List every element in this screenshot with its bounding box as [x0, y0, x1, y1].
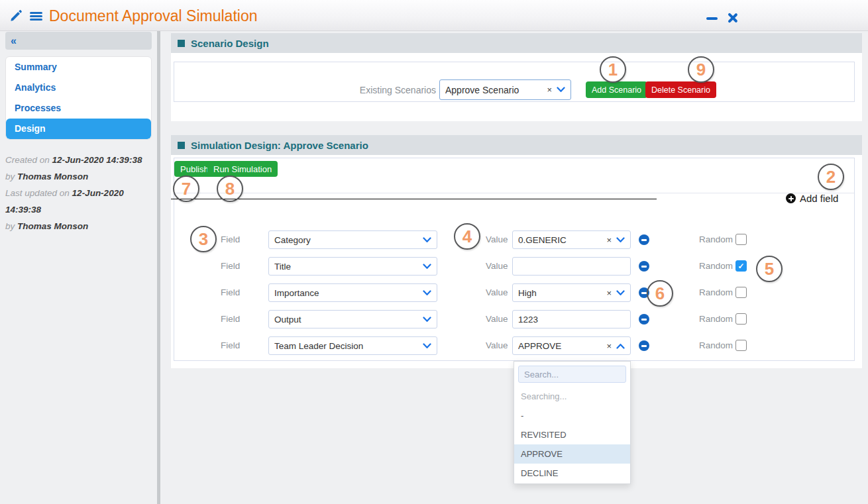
dropdown-search-input[interactable]: [518, 366, 626, 383]
close-icon[interactable]: [727, 13, 737, 23]
collapse-chevron-icon: «: [11, 36, 17, 46]
field-label: Field: [221, 340, 240, 350]
plus-icon: [786, 193, 796, 203]
simulation-design-header: Simulation Design: Approve Scenario: [171, 135, 862, 155]
field-label: Field: [221, 287, 240, 297]
add-field-button[interactable]: Add field: [786, 193, 838, 204]
chevron-down-icon: [557, 87, 565, 93]
value-label: Value: [486, 261, 508, 271]
field-select-importance[interactable]: Importance: [268, 283, 437, 302]
scenario-design-header: Scenario Design: [171, 33, 862, 53]
clear-selection-icon[interactable]: ×: [606, 342, 612, 350]
value-input-output[interactable]: [512, 310, 631, 328]
value-select-decision-open[interactable]: APPROVE ×: [512, 336, 631, 355]
form-top-border: [174, 193, 854, 193]
random-label: Random: [699, 261, 733, 271]
delete-scenario-button[interactable]: Delete Scenario: [645, 81, 716, 98]
edit-icon[interactable]: [10, 10, 22, 22]
value-label: Value: [486, 234, 508, 244]
annotation-7: 7: [173, 176, 199, 202]
sidebar-item-processes[interactable]: Processes: [6, 98, 151, 119]
annotation-5: 5: [756, 256, 783, 282]
remove-field-icon[interactable]: [639, 261, 649, 272]
random-label: Random: [699, 287, 733, 297]
value-select-importance[interactable]: High ×: [512, 283, 631, 302]
sidebar-nav: Summary Analytics Processes Design: [5, 56, 152, 140]
chevron-up-icon: [616, 343, 625, 349]
field-select-title[interactable]: Title: [268, 257, 437, 276]
chevron-down-icon: [423, 290, 431, 296]
field-row-team-leader-decision: Field Team Leader Decision Value APPROVE…: [171, 336, 862, 355]
dropdown-item-searching: Searching...: [514, 387, 630, 406]
field-row-importance: Field Importance Value High × Random ✓: [171, 283, 862, 302]
run-simulation-button[interactable]: Run Simulation: [207, 161, 278, 177]
dropdown-item-revisited[interactable]: REVISITED: [514, 425, 630, 444]
random-checkbox[interactable]: ✓: [735, 313, 747, 325]
annotation-9: 9: [688, 56, 714, 83]
menu-icon[interactable]: [30, 12, 42, 21]
existing-scenarios-label: Existing Scenarios: [331, 85, 436, 95]
sidebar-item-design[interactable]: Design: [6, 119, 151, 139]
existing-scenarios-select[interactable]: Approve Scenario ×: [439, 79, 571, 100]
clear-selection-icon[interactable]: ×: [606, 236, 612, 244]
chevron-down-icon: [423, 343, 431, 349]
random-checkbox[interactable]: ✓: [735, 340, 747, 351]
panel-square-icon: [178, 142, 185, 149]
updated-line: Last updated on 12-Jun-2020 14:39:38: [5, 185, 156, 218]
selected-scenario-value: Approve Scenario: [445, 85, 547, 95]
remove-field-icon[interactable]: [639, 340, 649, 351]
random-checkbox[interactable]: ✓: [735, 287, 747, 298]
add-scenario-button[interactable]: Add Scenario: [586, 81, 647, 98]
field-row-output: Field Output Value Random ✓: [171, 310, 862, 328]
dropdown-item-dash[interactable]: -: [514, 406, 630, 425]
field-select-output[interactable]: Output: [268, 310, 437, 328]
random-checkbox[interactable]: ✓: [735, 234, 747, 245]
document-meta: Created on 12-Jun-2020 14:39:38 by Thoma…: [5, 152, 156, 234]
chevron-down-icon: [423, 317, 431, 323]
value-input-title[interactable]: [512, 257, 631, 276]
decision-dropdown: Searching... - REVISITED APPROVE DECLINE: [514, 361, 631, 484]
add-field-label: Add field: [800, 193, 838, 204]
chevron-down-icon: [423, 237, 431, 243]
field-label: Field: [221, 314, 240, 324]
scenario-design-title: Scenario Design: [191, 38, 269, 49]
sidebar-item-analytics[interactable]: Analytics: [6, 77, 151, 98]
updated-by-line: by Thomas Monson: [5, 218, 156, 234]
annotation-4: 4: [454, 223, 480, 250]
value-label: Value: [486, 340, 508, 350]
field-label: Field: [221, 234, 240, 244]
annotation-8: 8: [217, 176, 243, 202]
chevron-down-icon: [616, 237, 625, 243]
annotation-1: 1: [600, 56, 626, 83]
annotation-2: 2: [818, 164, 844, 190]
remove-field-icon[interactable]: [639, 314, 649, 325]
chevron-down-icon: [423, 264, 431, 270]
title-bar: Document Approval Simulation: [0, 0, 868, 31]
annotation-6: 6: [647, 280, 673, 307]
random-checkbox-checked[interactable]: ✓: [735, 260, 747, 272]
value-label: Value: [486, 287, 508, 297]
field-select-team-leader-decision[interactable]: Team Leader Decision: [268, 336, 437, 355]
app-title: Document Approval Simulation: [49, 7, 258, 25]
value-label: Value: [486, 314, 508, 324]
dropdown-item-decline[interactable]: DECLINE: [514, 464, 630, 483]
random-label: Random: [699, 340, 733, 350]
field-label: Field: [221, 261, 240, 271]
minimize-icon[interactable]: [706, 17, 718, 20]
simulation-design-title: Simulation Design: Approve Scenario: [191, 140, 368, 151]
created-line: Created on 12-Jun-2020 14:39:38: [5, 152, 156, 168]
field-select-category[interactable]: Category: [268, 230, 437, 249]
form-separator-line: [171, 199, 657, 199]
field-row-category: Field Category Value 0.GENERIC × Random …: [171, 230, 862, 249]
clear-selection-icon[interactable]: ×: [606, 289, 612, 297]
random-label: Random: [699, 234, 733, 244]
value-select-category[interactable]: 0.GENERIC ×: [512, 230, 631, 249]
sidebar-item-summary[interactable]: Summary: [6, 57, 151, 77]
clear-selection-icon[interactable]: ×: [547, 85, 552, 94]
sidebar-collapse-button[interactable]: «: [5, 32, 152, 50]
panel-square-icon: [178, 40, 185, 47]
remove-field-icon[interactable]: [639, 234, 649, 245]
created-by-line: by Thomas Monson: [5, 168, 156, 185]
annotation-3: 3: [190, 226, 217, 252]
dropdown-item-approve[interactable]: APPROVE: [514, 444, 630, 464]
